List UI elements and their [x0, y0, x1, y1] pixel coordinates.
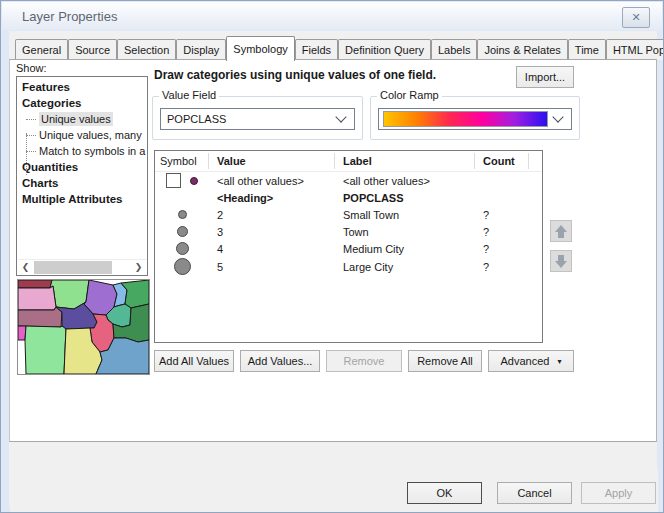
tab-bar: General Source Selection Display Symbolo…: [15, 38, 664, 60]
tree-horizontal-scrollbar[interactable]: ❮ ❯: [18, 259, 146, 274]
dialog-footer: OK Cancel Apply: [10, 470, 658, 513]
category-symbol[interactable]: [177, 226, 188, 237]
move-up-button[interactable]: [550, 220, 572, 242]
all-other-values-symbol[interactable]: [190, 177, 198, 185]
close-icon: ✕: [631, 11, 640, 24]
tab-display[interactable]: Display: [176, 39, 226, 60]
import-button[interactable]: Import...: [516, 66, 574, 88]
add-values-button[interactable]: Add Values...: [240, 350, 320, 372]
scroll-right-icon[interactable]: ❯: [131, 260, 146, 274]
tab-time[interactable]: Time: [568, 39, 606, 60]
column-label[interactable]: Label: [335, 153, 475, 169]
tree-item-charts[interactable]: Charts: [17, 175, 147, 191]
all-other-values-checkbox[interactable]: [166, 173, 181, 188]
tab-html-popup[interactable]: HTML Popup: [606, 39, 664, 60]
color-ramp-label: Color Ramp: [377, 89, 442, 101]
tree-item-match-symbols[interactable]: Match to symbols in a: [17, 143, 147, 159]
tab-joins-relates[interactable]: Joins & Relates: [477, 39, 567, 60]
value-field-group: Value Field POPCLASS: [152, 96, 363, 140]
show-label: Show:: [16, 62, 47, 74]
window-title: Layer Properties: [22, 9, 117, 24]
remove-all-button[interactable]: Remove All: [408, 350, 482, 372]
table-row[interactable]: 5 Large City ?: [155, 257, 542, 276]
arrow-up-icon: [555, 225, 567, 232]
scrollbar-thumb[interactable]: [34, 261, 112, 274]
table-row[interactable]: 4 Medium City ?: [155, 240, 542, 257]
tree-item-categories[interactable]: Categories: [17, 95, 147, 111]
color-ramp-dropdown[interactable]: [378, 108, 572, 130]
remove-button: Remove: [326, 350, 402, 372]
ok-button[interactable]: OK: [407, 482, 482, 504]
tab-definition-query[interactable]: Definition Query: [338, 39, 431, 60]
map-preview-image: [18, 280, 149, 374]
symbol-table: Symbol Value Label Count <all other valu…: [154, 150, 543, 343]
arrow-down-icon: [555, 261, 567, 268]
color-ramp-gradient: [383, 111, 548, 127]
advanced-button[interactable]: Advanced▾: [488, 350, 574, 372]
close-button[interactable]: ✕: [622, 7, 650, 28]
tab-fields[interactable]: Fields: [295, 39, 338, 60]
tree-item-quantities[interactable]: Quantities: [17, 159, 147, 175]
scrollbar-track[interactable]: [33, 261, 131, 274]
column-count[interactable]: Count: [475, 153, 529, 169]
table-row[interactable]: 3 Town ?: [155, 223, 542, 240]
category-symbol[interactable]: [174, 258, 191, 275]
value-field-label: Value Field: [159, 89, 219, 101]
color-ramp-group: Color Ramp: [370, 96, 580, 140]
move-down-button[interactable]: [550, 250, 572, 272]
chevron-down-icon: [552, 111, 563, 122]
scroll-left-icon[interactable]: ❮: [18, 260, 33, 274]
symbology-map-preview: [17, 279, 150, 375]
symbol-table-header[interactable]: Symbol Value Label Count: [155, 151, 542, 172]
chevron-down-icon: [335, 111, 346, 122]
table-row[interactable]: 2 Small Town ?: [155, 206, 542, 223]
tab-source[interactable]: Source: [68, 39, 117, 60]
layer-properties-dialog: Layer Properties ✕ General Source Select…: [0, 0, 664, 513]
value-field-selected: POPCLASS: [161, 113, 331, 125]
symbology-tab-page: Show: Features Categories Unique values …: [9, 59, 657, 442]
titlebar[interactable]: Layer Properties ✕: [2, 2, 662, 30]
tab-symbology[interactable]: Symbology: [226, 36, 294, 61]
add-all-values-button[interactable]: Add All Values: [154, 350, 234, 372]
dropdown-arrow-icon: ▾: [557, 357, 561, 366]
table-row[interactable]: <all other values> <all other values>: [155, 172, 542, 189]
tab-labels[interactable]: Labels: [431, 39, 477, 60]
column-value[interactable]: Value: [209, 153, 335, 169]
dialog-content: General Source Selection Display Symbolo…: [9, 31, 657, 506]
tab-general[interactable]: General: [15, 39, 68, 60]
tab-selection[interactable]: Selection: [117, 39, 176, 60]
column-symbol[interactable]: Symbol: [155, 153, 209, 169]
category-symbol[interactable]: [176, 242, 189, 255]
tree-item-features[interactable]: Features: [17, 79, 147, 95]
tree-connector-line: [26, 133, 27, 175]
show-tree: Features Categories Unique values Unique…: [16, 76, 148, 276]
tree-item-unique-values[interactable]: Unique values: [17, 111, 147, 127]
apply-button: Apply: [581, 482, 656, 504]
tree-item-unique-values-many[interactable]: Unique values, many: [17, 127, 147, 143]
method-description: Draw categories using unique values of o…: [154, 68, 436, 82]
cancel-button[interactable]: Cancel: [497, 482, 572, 504]
tree-item-multiple-attributes[interactable]: Multiple Attributes: [17, 191, 147, 207]
table-row-heading[interactable]: <Heading> POPCLASS: [155, 189, 542, 206]
category-symbol[interactable]: [178, 210, 187, 219]
value-field-dropdown[interactable]: POPCLASS: [160, 108, 355, 130]
